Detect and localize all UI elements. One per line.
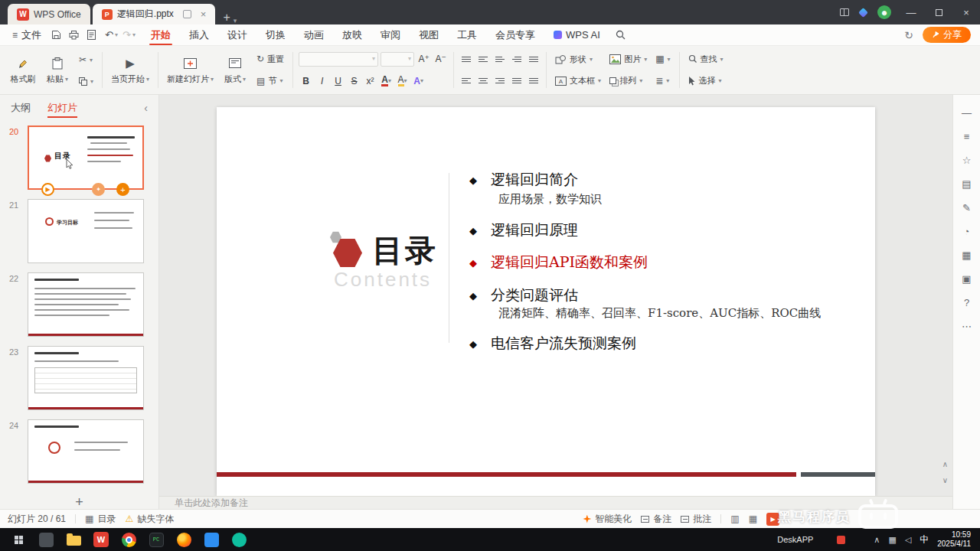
tray-expand-chevron[interactable]: ∧ <box>874 535 880 545</box>
font-size-combo[interactable] <box>381 52 414 67</box>
wps-home-tab[interactable]: W WPS Office <box>8 4 90 24</box>
minimize-window-button[interactable]: — <box>897 0 925 24</box>
increase-font-button[interactable]: A⁺ <box>416 52 431 67</box>
tab-slideshow[interactable]: 放映 <box>333 24 371 45</box>
smartart-button[interactable]: ▦▾ <box>652 53 673 65</box>
slide-thumbnail-21[interactable]: 学习目标 <box>28 199 144 263</box>
tray-display-icon[interactable]: ▦ <box>888 535 896 545</box>
highlight-color-button[interactable]: A▾ <box>395 73 410 88</box>
missing-fonts-warning[interactable]: ⚠缺失字体 <box>125 513 174 526</box>
increase-indent-button[interactable] <box>510 53 524 65</box>
tab-home[interactable]: 开始 <box>142 24 180 45</box>
play-from-current-button[interactable]: ▶ 当页开始▾ <box>108 48 152 92</box>
align-right-button[interactable] <box>493 75 507 87</box>
tab-review[interactable]: 审阅 <box>371 24 410 45</box>
tray-volume-icon[interactable]: ◁ <box>905 535 911 545</box>
close-tab-icon[interactable]: × <box>201 8 207 20</box>
star-icon[interactable]: ☆ <box>953 148 980 172</box>
section-button[interactable]: ▤节▾ <box>253 74 287 87</box>
select-button[interactable]: 选择▾ <box>685 74 727 87</box>
paste-button[interactable]: 粘贴▾ <box>41 48 74 92</box>
tab-wps-ai[interactable]: WPS AI <box>544 24 609 45</box>
user-avatar[interactable]: ☻ <box>877 5 891 19</box>
bold-button[interactable]: B <box>299 73 313 88</box>
find-button[interactable]: 查找▾ <box>685 53 727 66</box>
taskbar-app-1[interactable] <box>34 528 58 551</box>
columns-button[interactable] <box>527 75 541 87</box>
tab-animation[interactable]: 动画 <box>295 24 333 45</box>
taskbar-app-2[interactable] <box>199 528 224 551</box>
chrome-icon[interactable] <box>116 528 141 551</box>
quick-add-slide-button[interactable]: + <box>116 183 129 196</box>
help-icon[interactable]: ? <box>953 291 980 315</box>
window-layout-icon[interactable] <box>840 8 849 16</box>
tab-insert[interactable]: 插入 <box>180 24 218 45</box>
collapse-ribbon-icon[interactable]: — <box>953 101 980 125</box>
cloud-sync-icon[interactable]: ↻ <box>904 29 913 41</box>
italic-button[interactable]: I <box>315 73 329 88</box>
tab-member-exclusive[interactable]: 会员专享 <box>486 24 544 45</box>
notes-placeholder[interactable]: 单击此处添加备注 <box>159 496 952 509</box>
maximize-window-button[interactable] <box>925 0 952 24</box>
chart-panel-icon[interactable]: ▦ <box>953 243 980 267</box>
bullet-list-button[interactable] <box>459 53 473 65</box>
slide-canvas[interactable]: 目录 Contents ◆逻辑回归简介 应用场景，数学知识 ◆逻辑回归原理 ◆逻… <box>217 107 875 496</box>
start-button[interactable] <box>6 528 31 551</box>
slide-sorter-icon[interactable]: ▦ <box>749 514 757 524</box>
slide-thumbnail-20[interactable]: 目录 <box>28 126 144 190</box>
input-method-indicator[interactable]: 中 <box>920 533 929 546</box>
image-panel-icon[interactable]: ▣ <box>953 267 980 291</box>
line-spacing-button[interactable] <box>527 53 541 65</box>
ai-beautify-button[interactable]: 智能美化 <box>583 513 632 526</box>
collapse-panel-icon[interactable]: ‹ <box>144 102 148 114</box>
scroll-up-icon[interactable]: ∧ <box>942 460 948 468</box>
decrease-font-button[interactable]: A⁻ <box>433 52 448 67</box>
ai-beautify-button[interactable]: ✦ <box>92 183 105 196</box>
tab-transitions[interactable]: 切换 <box>256 24 295 45</box>
slide-thumbnail-22[interactable] <box>28 272 144 337</box>
wps-taskbar-icon[interactable]: W <box>89 528 113 551</box>
textbox-button[interactable]: A文本框▾ <box>552 74 604 87</box>
align-left-button[interactable] <box>459 75 473 87</box>
superscript-button[interactable]: x² <box>363 73 377 88</box>
more-icon[interactable]: ⋯ <box>953 315 980 338</box>
layout-panel-icon[interactable]: ▤ <box>953 172 980 196</box>
new-tab-button[interactable]: + <box>223 11 230 24</box>
color-scheme-icon[interactable]: ◔ <box>953 220 980 243</box>
numbered-list-button[interactable] <box>476 53 490 65</box>
slide-thumbnail-24[interactable] <box>28 419 144 484</box>
arrange-button[interactable]: 排列▾ <box>606 74 650 87</box>
tray-app-icon[interactable] <box>837 536 845 544</box>
firefox-icon[interactable] <box>172 528 196 551</box>
properties-icon[interactable]: ≡ <box>953 125 980 148</box>
search-icon[interactable] <box>609 24 632 45</box>
strikethrough-button[interactable]: S <box>347 73 361 88</box>
underline-button[interactable]: U <box>331 73 345 88</box>
document-tab[interactable]: P 逻辑回归.pptx × <box>93 4 216 24</box>
comments-button[interactable]: 批注 <box>681 513 711 526</box>
scroll-down-icon[interactable]: ∨ <box>942 476 948 484</box>
align-center-button[interactable] <box>476 75 490 87</box>
file-explorer-icon[interactable] <box>61 528 86 551</box>
decrease-indent-button[interactable] <box>493 53 507 65</box>
section-indicator[interactable]: ▦目录 <box>85 513 116 526</box>
new-slide-button[interactable]: 新建幻灯片▾ <box>164 48 217 92</box>
font-family-combo[interactable] <box>299 52 378 67</box>
format-painter-button[interactable]: 格式刷 <box>7 48 39 92</box>
tab-outline[interactable]: 大纲 <box>11 95 31 121</box>
close-window-button[interactable]: × <box>952 0 980 24</box>
taskbar-app-3[interactable] <box>227 528 251 551</box>
slideshow-play-button[interactable]: ▶ <box>766 513 779 526</box>
tab-preview-icon[interactable] <box>183 10 191 18</box>
justify-button[interactable] <box>510 75 524 87</box>
preview-play-button[interactable]: ▶ <box>41 183 54 196</box>
copy-button[interactable]: ▾ <box>76 77 96 86</box>
taskbar-clock[interactable]: 10:59 2025/4/11 <box>937 530 971 549</box>
deskapp-label[interactable]: DeskAPP <box>777 535 813 544</box>
file-menu-button[interactable]: ≡ 文件 <box>6 28 47 42</box>
slide-thumbnail-23[interactable] <box>28 346 144 410</box>
slide-layout-button[interactable]: 版式▾ <box>219 48 251 92</box>
notes-button[interactable]: 备注 <box>641 513 671 526</box>
redo-chevron-icon[interactable]: ▾ <box>132 31 136 38</box>
text-effects-button[interactable]: A▾ <box>411 73 426 88</box>
